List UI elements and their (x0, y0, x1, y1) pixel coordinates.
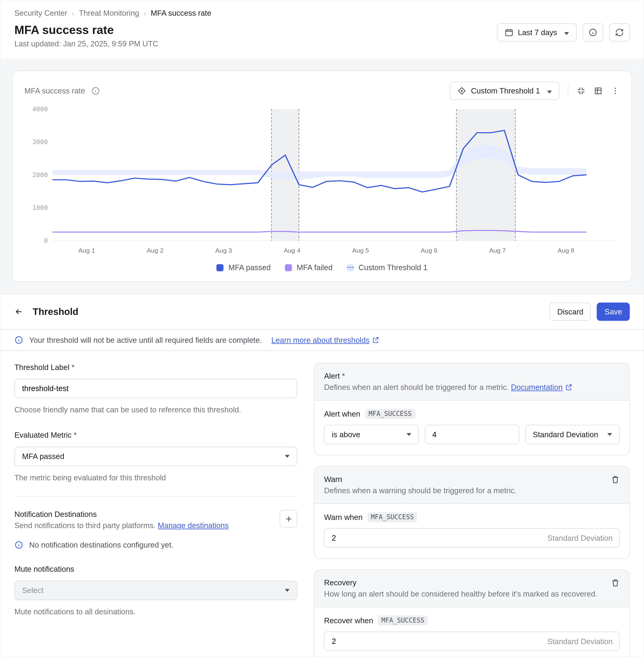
svg-text:0: 0 (44, 237, 48, 244)
svg-text:Aug 4: Aug 4 (284, 247, 301, 254)
alert-doc-link[interactable]: Documentation (511, 383, 573, 392)
svg-text:Aug 2: Aug 2 (147, 247, 164, 254)
evaluated-metric-label: Evaluated Metric (14, 431, 297, 440)
chart-legend: MFA passed MFA failed Custom Threshold 1 (24, 257, 620, 272)
info-icon (14, 335, 23, 345)
metric-tag: MFA_SUCCESS (365, 409, 415, 419)
discard-button[interactable]: Discard (550, 303, 591, 321)
learn-more-link[interactable]: Learn more about thresholds (271, 335, 380, 345)
breadcrumb-item[interactable]: Security Center (14, 8, 67, 17)
svg-text:4000: 4000 (32, 106, 48, 113)
collapse-icon[interactable] (577, 87, 585, 95)
svg-point-7 (615, 93, 616, 94)
svg-rect-4 (595, 88, 601, 94)
chevron-down-icon (562, 28, 569, 37)
breadcrumb: Security Center › Threat Monitoring › MF… (0, 0, 644, 17)
chart-title: MFA success rate (24, 87, 85, 95)
diamond-icon (457, 87, 466, 95)
info-banner: Your threshold will not be active until … (0, 330, 644, 351)
alert-value-input[interactable] (424, 425, 519, 444)
threshold-form: Threshold Label Choose friendly name tha… (0, 351, 644, 657)
threshold-label-label: Threshold Label (14, 363, 297, 372)
trash-icon[interactable] (611, 578, 620, 587)
svg-text:3000: 3000 (32, 139, 48, 145)
svg-text:Aug 3: Aug 3 (215, 247, 232, 254)
svg-rect-17 (457, 109, 515, 241)
recovery-unit-label: Standard Deviation (548, 637, 613, 646)
legend-swatch-threshold (347, 264, 354, 271)
notif-dest-desc: Send notifications to third party platfo… (14, 521, 273, 530)
back-arrow-icon[interactable] (14, 307, 23, 316)
svg-text:Aug 8: Aug 8 (557, 247, 574, 254)
alert-unit-select[interactable]: Standard Deviation (525, 425, 620, 444)
svg-point-6 (615, 90, 616, 91)
calendar-icon (504, 28, 513, 37)
mute-select[interactable]: Select (14, 581, 297, 600)
metric-tag: MFA_SUCCESS (367, 512, 417, 522)
svg-point-5 (615, 88, 616, 89)
add-destination-button[interactable] (280, 510, 298, 527)
breadcrumb-item[interactable]: Threat Monitoring (79, 8, 139, 17)
trash-icon[interactable] (611, 475, 620, 484)
breadcrumb-current: MFA success rate (151, 8, 211, 17)
threshold-selector[interactable]: Custom Threshold 1 (450, 82, 559, 100)
svg-text:1000: 1000 (32, 204, 48, 211)
threshold-section-header: Threshold Discard Save (0, 294, 644, 330)
info-icon (14, 541, 23, 549)
svg-text:2000: 2000 (32, 171, 48, 178)
page-title: MFA success rate (14, 23, 487, 37)
evaluated-metric-select[interactable]: MFA passed (14, 447, 297, 466)
chevron-right-icon: › (72, 9, 74, 17)
info-button[interactable] (582, 23, 603, 42)
date-range-button[interactable]: Last 7 days (497, 23, 576, 42)
svg-text:Aug 5: Aug 5 (352, 247, 369, 254)
threshold-label-help: Choose friendly name that can be used to… (14, 405, 297, 414)
metric-tag: MFA_SUCCESS (378, 615, 428, 626)
info-icon (589, 28, 597, 37)
mute-help: Mute notifications to all desinations. (14, 607, 297, 616)
evaluated-metric-help: The metric being evaluated for this thre… (14, 473, 297, 482)
svg-text:Aug 7: Aug 7 (489, 247, 506, 254)
warn-unit-label: Standard Deviation (548, 534, 613, 542)
page-subtitle: Last updated: Jan 25, 2025, 9:59 PM UTC (14, 39, 487, 48)
svg-text:Aug 1: Aug 1 (78, 247, 95, 254)
info-icon[interactable] (91, 87, 100, 95)
warn-rule-card: Warn Defines when a warning should be tr… (314, 466, 630, 559)
chevron-right-icon: › (144, 9, 146, 17)
layout-icon[interactable] (594, 87, 603, 95)
legend-swatch-passed (216, 264, 224, 271)
more-icon[interactable] (611, 87, 620, 95)
manage-destinations-link[interactable]: Manage destinations (158, 521, 229, 530)
chart-panel: MFA success rate Custom Threshold 1 (0, 58, 644, 294)
mute-label: Mute notifications (14, 565, 297, 573)
warn-when-label: Warn when MFA_SUCCESS (324, 512, 620, 522)
save-button[interactable]: Save (597, 303, 630, 321)
recovery-when-label: Recover when MFA_SUCCESS (324, 615, 620, 626)
chevron-down-icon (545, 87, 552, 95)
threshold-title: Threshold (33, 306, 78, 317)
threshold-label-input[interactable] (14, 379, 297, 398)
alert-operator-select[interactable]: is above (324, 425, 419, 444)
page-header: MFA success rate Last updated: Jan 25, 2… (0, 17, 644, 58)
svg-rect-0 (506, 30, 512, 36)
alert-rule-card: Alert * Defines when an alert should be … (314, 363, 630, 455)
refresh-icon (615, 28, 624, 37)
legend-swatch-failed (285, 264, 292, 271)
svg-text:Aug 6: Aug 6 (421, 247, 438, 254)
recovery-rule-card: Recovery How long an alert should be con… (314, 569, 630, 657)
alert-when-label: Alert when MFA_SUCCESS (324, 409, 620, 419)
notif-dest-title: Notification Destinations (14, 510, 273, 519)
notif-empty-state: No notification destinations configured … (14, 541, 297, 549)
chart-canvas: 01000200030004000Aug 1Aug 2Aug 3Aug 4Aug… (24, 103, 620, 257)
refresh-button[interactable] (609, 23, 630, 42)
svg-point-3 (461, 90, 462, 91)
